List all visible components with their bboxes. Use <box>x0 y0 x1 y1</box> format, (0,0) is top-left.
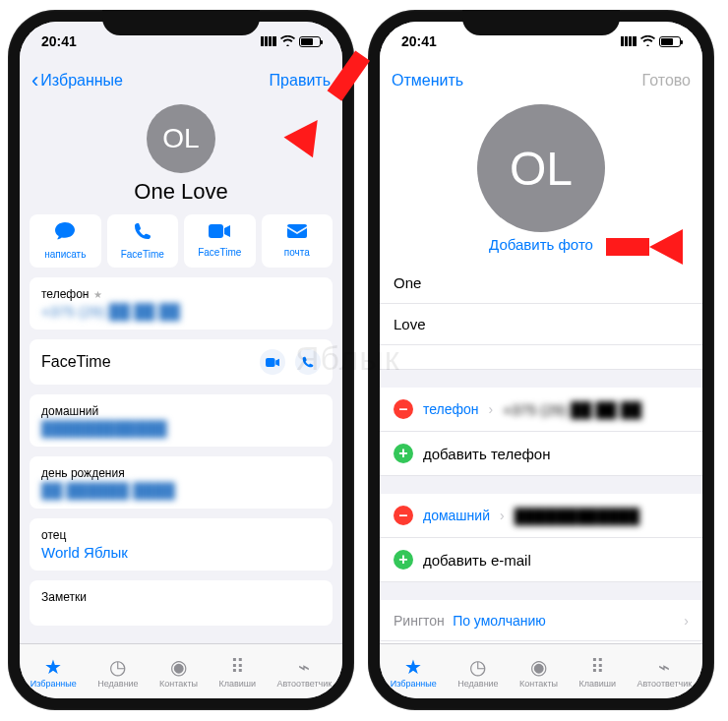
svg-rect-0 <box>209 224 223 238</box>
status-indicators <box>261 33 321 49</box>
tab-favorites[interactable]: ★Избранные <box>30 657 77 689</box>
father-card[interactable]: отец World Яблык <box>30 518 333 571</box>
facetime-label: FaceTime <box>41 353 111 371</box>
tab-favorites[interactable]: ★Избранные <box>391 657 437 689</box>
home-value: ████████████ <box>41 420 321 437</box>
first-name-field[interactable]: One <box>380 263 702 304</box>
back-button[interactable]: ‹ Избранные <box>31 70 123 91</box>
tab-voicemail[interactable]: ⌁Автоответчик <box>637 657 692 689</box>
voicemail-icon: ⌁ <box>298 657 310 677</box>
status-time: 20:41 <box>401 33 437 49</box>
chevron-right-icon: › <box>489 401 494 417</box>
phone-right: 20:41 Отменить Готово OL Добавить фото <box>368 10 714 710</box>
cancel-label: Отменить <box>392 72 463 90</box>
keypad-icon: ⠿ <box>590 657 605 677</box>
status-indicators <box>621 33 681 49</box>
chevron-right-icon: › <box>684 613 689 629</box>
tab-recents[interactable]: ◷Недавние <box>457 657 498 689</box>
nav-bar: ‹ Избранные Править <box>20 61 342 100</box>
remove-icon[interactable]: – <box>394 506 413 525</box>
video-icon <box>209 222 230 243</box>
birthday-label: день рождения <box>41 466 321 480</box>
notch <box>462 10 620 35</box>
phone-value: +375 (29) ██ ██ ██ <box>503 401 641 418</box>
phone-left: 20:41 ‹ Избранные Править OL <box>8 10 354 710</box>
star-icon: ★ <box>44 657 62 677</box>
remove-icon[interactable]: – <box>394 399 413 419</box>
svg-rect-2 <box>266 358 275 367</box>
svg-rect-1 <box>287 224 307 238</box>
annotation-arrow <box>649 229 683 265</box>
home-card[interactable]: домашний ████████████ <box>30 394 333 447</box>
notch <box>102 10 260 35</box>
wifi-icon <box>640 33 655 49</box>
home-label: домашний <box>41 404 321 418</box>
tab-recents[interactable]: ◷Недавние <box>97 657 138 689</box>
edit-button[interactable]: Править <box>270 72 331 90</box>
birthday-value: ██ ██████ ████ <box>41 482 321 499</box>
cancel-button[interactable]: Отменить <box>392 72 463 90</box>
phone-value: +375 (29) ██ ██ ██ <box>41 303 321 320</box>
facetime-audio-button[interactable]: FaceTime <box>107 214 179 268</box>
last-name-field[interactable]: Love <box>380 304 702 345</box>
facetime-audio-icon[interactable] <box>295 349 321 375</box>
father-value: World Яблык <box>41 544 321 561</box>
home-value: ████████████ <box>515 508 640 524</box>
action-label: почта <box>284 247 310 258</box>
message-icon <box>55 222 75 245</box>
add-icon[interactable]: + <box>394 444 413 463</box>
facetime-card: FaceTime <box>30 339 333 385</box>
clock-icon: ◷ <box>469 657 486 677</box>
tab-contacts[interactable]: ◉Контакты <box>159 657 198 689</box>
chevron-right-icon: › <box>500 508 505 523</box>
contact-hero: OL One Love <box>20 100 342 214</box>
tab-bar: ★Избранные ◷Недавние ◉Контакты ⠿Клавиши … <box>20 643 342 698</box>
tab-contacts[interactable]: ◉Контакты <box>519 657 558 689</box>
phone-row[interactable]: – телефон › +375 (29) ██ ██ ██ <box>380 370 702 432</box>
done-button[interactable]: Готово <box>642 72 691 90</box>
notes-card[interactable]: Заметки <box>30 580 333 626</box>
voicemail-icon: ⌁ <box>658 657 670 677</box>
star-icon: ★ <box>404 657 422 677</box>
add-phone-row[interactable]: + добавить телефон <box>380 432 702 476</box>
nav-bar: Отменить Готово <box>380 61 702 100</box>
add-email-row[interactable]: + добавить e-mail <box>380 538 702 582</box>
birthday-card[interactable]: день рождения ██ ██████ ████ <box>30 456 333 509</box>
father-label: отец <box>41 528 321 542</box>
chevron-left-icon: ‹ <box>31 70 38 91</box>
message-button[interactable]: написать <box>30 214 101 268</box>
notes-label: Заметки <box>41 590 321 604</box>
facetime-video-icon[interactable] <box>260 349 285 375</box>
home-row[interactable]: – домашний › ████████████ <box>380 476 702 538</box>
tab-bar: ★Избранные ◷Недавние ◉Контакты ⠿Клавиши … <box>380 643 702 698</box>
add-icon[interactable]: + <box>394 550 413 570</box>
star-icon: ★ <box>93 289 102 300</box>
wifi-icon <box>280 33 295 49</box>
action-label: FaceTime <box>121 249 164 260</box>
clock-icon: ◷ <box>109 657 126 677</box>
avatar[interactable]: OL <box>147 104 215 173</box>
person-icon: ◉ <box>530 657 547 677</box>
status-time: 20:41 <box>41 33 77 49</box>
action-label: написать <box>44 249 86 260</box>
tab-keypad[interactable]: ⠿Клавиши <box>578 657 616 689</box>
contact-name: One Love <box>20 179 342 205</box>
person-icon: ◉ <box>170 657 187 677</box>
signal-icon <box>621 36 637 46</box>
phone-label: телефон <box>41 287 90 301</box>
action-label: FaceTime <box>198 247 241 258</box>
phone-icon <box>134 222 152 245</box>
facetime-video-button[interactable]: FaceTime <box>184 214 256 268</box>
tab-voicemail[interactable]: ⌁Автоответчик <box>276 657 332 689</box>
company-field[interactable] <box>380 345 702 370</box>
mail-icon <box>287 222 307 243</box>
mail-button[interactable]: почта <box>262 214 334 268</box>
ringtone-row[interactable]: Рингтон По умолчанию › <box>380 582 702 641</box>
back-label: Избранные <box>40 72 123 90</box>
phone-card[interactable]: телефон★ +375 (29) ██ ██ ██ <box>30 277 333 330</box>
battery-icon <box>299 36 321 47</box>
avatar[interactable]: OL <box>477 104 605 232</box>
action-row: написать FaceTime FaceTime <box>20 214 342 277</box>
keypad-icon: ⠿ <box>230 657 245 677</box>
tab-keypad[interactable]: ⠿Клавиши <box>218 657 256 689</box>
